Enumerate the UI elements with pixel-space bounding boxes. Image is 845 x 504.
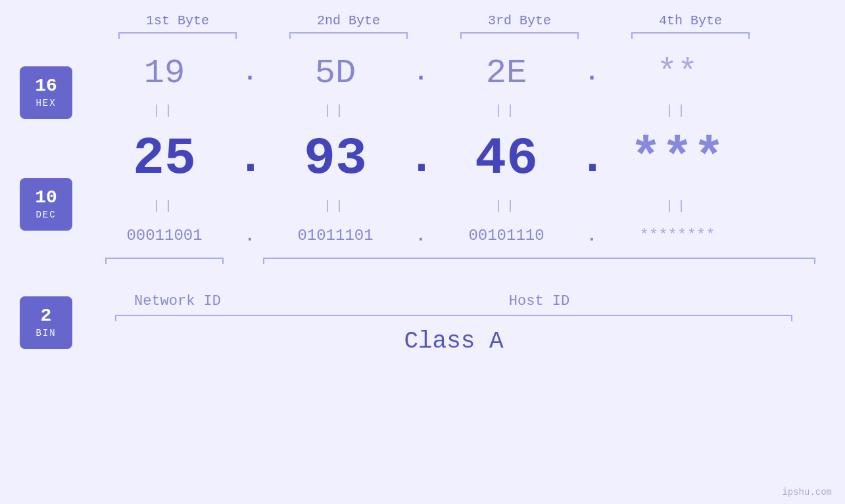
bracket-byte-2: [289, 32, 408, 34]
dot-3-hex: .: [579, 60, 605, 87]
dec-byte-3: 46: [475, 129, 538, 189]
hex-byte-2: 5D: [315, 54, 356, 93]
badge-hex: 16 HEX: [20, 66, 72, 119]
byte-header-4: 4th Byte: [618, 13, 763, 28]
dot-3-bin: .: [587, 225, 598, 246]
bin-byte-4: ********: [639, 227, 715, 244]
badge-dec: 10 DEC: [20, 178, 72, 231]
equals-2-b2: ||: [263, 198, 408, 214]
class-label: Class A: [92, 328, 815, 355]
network-id-label: Network ID: [92, 293, 263, 309]
dot-2-bin: .: [416, 225, 427, 246]
badge-bin: 2 BIN: [20, 296, 72, 349]
equals-2-b4: ||: [605, 198, 750, 214]
bracket-byte-4: [631, 32, 750, 34]
byte-header-3: 3rd Byte: [447, 13, 592, 28]
bottom-long-bracket: [115, 315, 792, 316]
byte-header-2: 2nd Byte: [276, 13, 421, 28]
main-container: 1st Byte 2nd Byte 3rd Byte 4th Byte 16: [0, 0, 845, 504]
dot-1-bin: .: [245, 225, 256, 246]
equals-1-b2: ||: [263, 103, 408, 118]
dec-byte-2: 93: [304, 129, 367, 189]
hex-byte-3: 2E: [486, 54, 527, 93]
dot-3-dec: .: [579, 133, 606, 185]
dec-byte-1: 25: [133, 129, 196, 189]
bracket-byte-3: [460, 32, 579, 34]
dot-1-dec: .: [237, 133, 264, 185]
bin-byte-1: 00011001: [126, 227, 202, 244]
equals-1-b1: ||: [92, 103, 237, 118]
equals-2-b3: ||: [434, 198, 579, 214]
bin-byte-3: 00101110: [468, 227, 544, 244]
dot-2-dec: .: [408, 133, 435, 185]
equals-1-b4: ||: [605, 103, 750, 118]
dot-2-hex: .: [408, 60, 434, 87]
data-columns: 19 . 5D . 2E . ** || ||: [92, 47, 815, 355]
network-bracket: [105, 258, 224, 259]
byte-header-1: 1st Byte: [105, 13, 250, 28]
equals-2-b1: ||: [92, 198, 237, 214]
bin-byte-2: 01011101: [297, 227, 373, 244]
hex-byte-1: 19: [144, 54, 185, 93]
host-id-label: Host ID: [263, 293, 815, 309]
badges-column: 16 HEX 10 DEC 2 BIN: [0, 47, 92, 349]
bracket-byte-1: [118, 32, 237, 34]
dec-byte-4: ***: [630, 129, 725, 189]
watermark: ipshu.com: [782, 487, 832, 497]
hex-byte-4: **: [657, 54, 698, 93]
dot-1-hex: .: [237, 60, 263, 87]
equals-1-b3: ||: [434, 103, 579, 118]
